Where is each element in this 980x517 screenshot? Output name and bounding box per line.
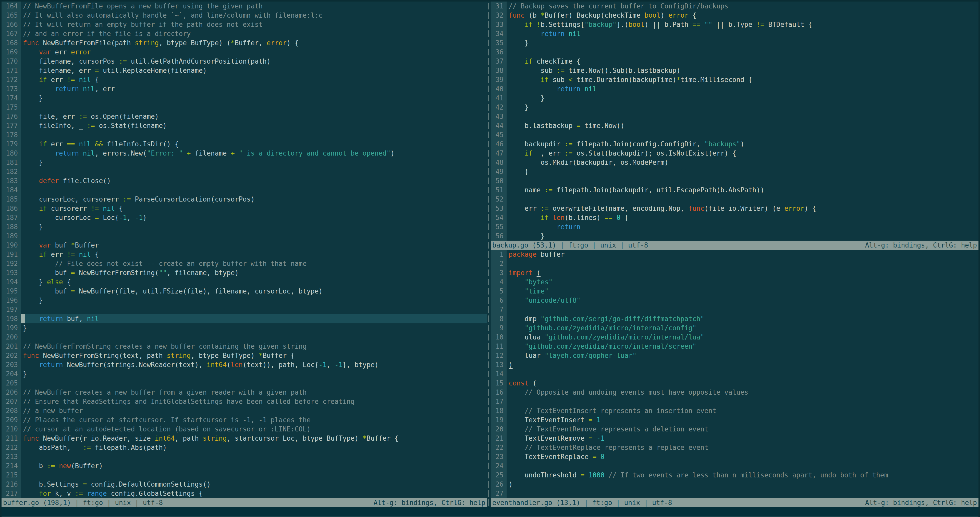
code-line[interactable]: 50 <box>491 176 978 185</box>
code-line[interactable]: 37 if checkTime { <box>491 57 978 66</box>
code-line[interactable]: 203 return NewBuffer(strings.NewReader(t… <box>2 360 487 369</box>
code-line[interactable]: 7 <box>491 305 978 314</box>
code-line[interactable]: 171 filename, err = util.ReplaceHome(fil… <box>2 66 487 75</box>
code-line[interactable]: 25 undoThreshold = 1000 // If two events… <box>491 471 978 480</box>
code-line[interactable]: 180 return nil, errors.New("Error: " + f… <box>2 148 487 158</box>
code-line[interactable]: 191 if err != nil { <box>2 250 487 259</box>
code-line[interactable]: 210// cursor at an autodetected location… <box>2 424 487 434</box>
code-line[interactable]: 21 TextEventRemove = -1 <box>491 434 978 443</box>
code-line[interactable]: 212 absPath, _ := filepath.Abs(path) <box>2 443 487 452</box>
code-line[interactable]: 5 "time" <box>491 287 978 296</box>
code-line[interactable]: 42 } <box>491 103 978 112</box>
code-line[interactable]: 209// Places the cursor at startcursor. … <box>2 415 487 424</box>
code-line[interactable]: 45 <box>491 130 978 139</box>
pane-divider[interactable] <box>487 2 491 507</box>
code-line[interactable]: 217 for k, v := range config.GlobalSetti… <box>2 489 487 498</box>
code-line[interactable]: 19 TextEventInsert = 1 <box>491 415 978 424</box>
code-line[interactable]: 211func NewBuffer(r io.Reader, size int6… <box>2 434 487 443</box>
code-line[interactable]: 169 var err error <box>2 48 487 57</box>
code-line[interactable]: 215 <box>2 471 487 480</box>
code-line[interactable]: 185 cursorLoc, cursorerr := ParseCursorL… <box>2 195 487 204</box>
code-line[interactable]: 186 if cursorerr != nil { <box>2 204 487 213</box>
code-line[interactable]: 181 } <box>2 158 487 167</box>
code-line[interactable]: 26) <box>491 480 978 489</box>
code-line[interactable]: 13) <box>491 360 978 369</box>
code-line[interactable]: 200 <box>2 333 487 342</box>
code-line[interactable]: 52 <box>491 195 978 204</box>
code-line[interactable]: 12 luar "layeh.com/gopher-luar" <box>491 351 978 360</box>
code-line[interactable]: 33 if !b.Settings["backup"].(bool) || b.… <box>491 20 978 29</box>
code-line[interactable]: 204} <box>2 369 487 378</box>
code-line[interactable]: 214 b := new(Buffer) <box>2 461 487 471</box>
code-line[interactable]: 2 <box>491 259 978 268</box>
code-line[interactable]: 6 "unicode/utf8" <box>491 296 978 305</box>
code-line[interactable]: 43 <box>491 112 978 121</box>
code-line[interactable]: 11 "github.com/zyedidia/micro/internal/s… <box>491 342 978 351</box>
code-line[interactable]: 41 } <box>491 94 978 103</box>
code-line[interactable]: 183 defer file.Close() <box>2 176 487 185</box>
code-line[interactable]: 170 filename, cursorPos := util.GetPathA… <box>2 57 487 66</box>
code-line[interactable]: 205 <box>2 378 487 388</box>
code-line[interactable]: 192 // File does not exist -- create an … <box>2 259 487 268</box>
code-line[interactable]: 32func (b *Buffer) Backup(checkTime bool… <box>491 11 978 20</box>
code-line[interactable]: 165// It will also automatically handle … <box>2 11 487 20</box>
code-line[interactable]: 179 if err == nil && fileInfo.IsDir() { <box>2 139 487 148</box>
code-line[interactable]: 202func NewBufferFromString(text, path s… <box>2 351 487 360</box>
code-line[interactable]: 53 err := overwriteFile(name, encoding.N… <box>491 204 978 213</box>
code-line[interactable]: 168func NewBufferFromFile(path string, b… <box>2 38 487 48</box>
code-line[interactable]: 216 b.Settings = config.DefaultCommonSet… <box>2 480 487 489</box>
code-line[interactable]: 194 } else { <box>2 278 487 287</box>
code-line[interactable]: 31// Backup saves the current buffer to … <box>491 2 978 11</box>
code-line[interactable]: 36 <box>491 48 978 57</box>
code-line[interactable]: 35 } <box>491 38 978 48</box>
code-line[interactable]: 187 cursorLoc = Loc{-1, -1} <box>2 213 487 222</box>
code-line[interactable]: 197 <box>2 305 487 314</box>
code-line[interactable]: 23 TextEventReplace = 0 <box>491 452 978 461</box>
code-line[interactable]: 14 <box>491 369 978 378</box>
code-line[interactable]: 188 } <box>2 222 487 231</box>
code-line[interactable]: 44 b.lastbackup = time.Now() <box>491 121 978 130</box>
code-line[interactable]: 198 return buf, nil <box>2 314 487 323</box>
code-line[interactable]: 18 // TextEventInsert represents an inse… <box>491 406 978 415</box>
code-line[interactable]: 173 return nil, err <box>2 84 487 94</box>
code-line[interactable]: 199} <box>2 323 487 333</box>
code-line[interactable]: 213 <box>2 452 487 461</box>
code-line[interactable]: 206// NewBuffer creates a new buffer fro… <box>2 388 487 397</box>
code-area-backup-go[interactable]: 31// Backup saves the current buffer to … <box>491 2 978 241</box>
code-line[interactable]: 167// and an error if the file is a dire… <box>2 29 487 38</box>
code-line[interactable]: 190 var buf *Buffer <box>2 241 487 250</box>
code-line[interactable]: 4 "bytes" <box>491 278 978 287</box>
code-line[interactable]: 178 <box>2 130 487 139</box>
code-line[interactable]: 49 } <box>491 167 978 176</box>
code-line[interactable]: 54 if len(b.lines) == 0 { <box>491 213 978 222</box>
code-line[interactable]: 196 } <box>2 296 487 305</box>
code-line[interactable]: 8 dmp "github.com/sergi/go-diff/diffmatc… <box>491 314 978 323</box>
code-line[interactable]: 3import ( <box>491 268 978 278</box>
code-line[interactable]: 24 <box>491 461 978 471</box>
code-line[interactable]: 164// NewBufferFromFile opens a new buff… <box>2 2 487 11</box>
code-line[interactable]: 15const ( <box>491 378 978 388</box>
code-line[interactable]: 201// NewBufferFromString creates a new … <box>2 342 487 351</box>
code-line[interactable]: 166// It will return an empty buffer if … <box>2 20 487 29</box>
code-line[interactable]: 51 name := filepath.Join(backupdir, util… <box>491 185 978 195</box>
code-line[interactable]: 16 // Opposite and undoing events must h… <box>491 388 978 397</box>
code-line[interactable]: 207// Ensure that ReadSettings and InitG… <box>2 397 487 406</box>
code-line[interactable]: 174 } <box>2 94 487 103</box>
code-line[interactable]: 189 <box>2 231 487 241</box>
code-line[interactable]: 1package buffer <box>491 250 978 259</box>
code-line[interactable]: 177 fileInfo, _ := os.Stat(filename) <box>2 121 487 130</box>
code-area-eventhandler-go[interactable]: 1package buffer23import (4 "bytes"5 "tim… <box>491 250 978 498</box>
code-line[interactable]: 48 os.Mkdir(backupdir, os.ModePerm) <box>491 158 978 167</box>
code-line[interactable]: 56 } <box>491 231 978 241</box>
code-line[interactable]: 208// a new buffer <box>2 406 487 415</box>
code-line[interactable]: 40 return nil <box>491 84 978 94</box>
code-line[interactable]: 193 buf = NewBufferFromString("", filena… <box>2 268 487 278</box>
code-line[interactable]: 195 buf = NewBuffer(file, util.FSize(fil… <box>2 287 487 296</box>
code-line[interactable]: 176 file, err := os.Open(filename) <box>2 112 487 121</box>
code-line[interactable]: 17 <box>491 397 978 406</box>
code-line[interactable]: 20 // TextEventRemove represents a delet… <box>491 424 978 434</box>
code-line[interactable]: 172 if err != nil { <box>2 75 487 84</box>
code-line[interactable]: 184 <box>2 185 487 195</box>
code-line[interactable]: 9 "github.com/zyedidia/micro/internal/co… <box>491 323 978 333</box>
code-line[interactable]: 47 if _, err := os.Stat(backupdir); os.I… <box>491 148 978 158</box>
